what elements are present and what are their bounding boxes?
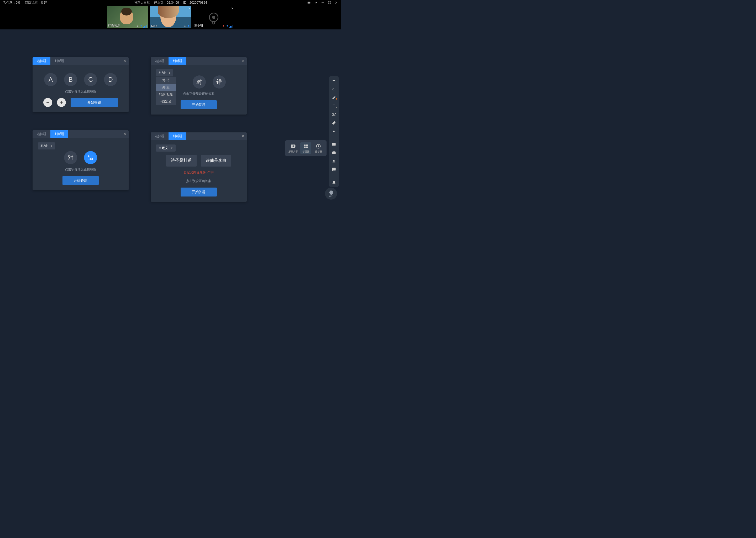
svg-rect-6 [304, 146, 306, 148]
dropdown-item[interactable]: +自定义 [156, 98, 176, 105]
volume-icon [140, 25, 143, 27]
svg-point-9 [318, 146, 319, 146]
cut-tool[interactable] [331, 112, 337, 117]
volume-icon [187, 25, 190, 27]
judge-type-dropdown[interactable]: 对/错 ▼ [38, 142, 55, 149]
camera-toggle-icon[interactable] [307, 1, 311, 4]
maximize-icon[interactable] [328, 1, 331, 4]
chevron-down-icon: ▼ [50, 145, 53, 147]
video-name: Nina [151, 25, 157, 27]
add-option-button[interactable]: + [57, 98, 66, 107]
class-title: 神秘大自然 [134, 1, 150, 5]
signal-icon [143, 25, 147, 27]
camera-off-icon [209, 13, 218, 22]
option-d[interactable]: D [104, 73, 117, 86]
dropdown-item[interactable]: 对/错 [156, 77, 176, 84]
tab-choice[interactable]: 选择题 [151, 133, 168, 140]
svg-rect-0 [321, 2, 324, 3]
toolbox-tool[interactable] [331, 150, 337, 155]
close-icon[interactable]: ✕ [242, 134, 245, 138]
video-tile-student-1[interactable]: ✕ Nina [150, 6, 191, 28]
chevron-down-icon: ▼ [170, 147, 173, 149]
svg-rect-7 [306, 146, 308, 148]
tab-choice[interactable]: 选择题 [151, 57, 168, 65]
minimize-icon[interactable] [321, 1, 324, 4]
video-tile-student-2[interactable]: ✕ 王小明 [193, 6, 234, 28]
start-button[interactable]: 开始答题 [63, 176, 99, 185]
hint-text: 点击字母预设正确答案 [38, 167, 123, 172]
option-false[interactable]: 错 [213, 76, 226, 88]
text-tool[interactable] [331, 103, 337, 109]
class-id: ID：2020070324 [183, 1, 207, 5]
tab-judge[interactable]: 判断题 [168, 133, 186, 140]
remove-option-button[interactable]: − [43, 98, 52, 107]
svg-point-3 [333, 131, 334, 132]
close-icon[interactable]: ✕ [123, 59, 126, 63]
eraser-tool[interactable] [331, 120, 337, 126]
mic-icon [136, 25, 139, 27]
video-strip: 叮当老师 ✕ Nina ✕ 王小明 [0, 5, 341, 29]
judge-type-dropdown[interactable]: 自定义 ▼ [156, 144, 176, 152]
person-tool[interactable] [331, 158, 337, 164]
top-bar: 丢包率：0% 网络状态：良好 神秘大自然 已上课：02:34:09 ID：202… [0, 0, 341, 5]
option-a[interactable]: A [44, 73, 57, 86]
dropdown-label: 对/错 [159, 71, 165, 75]
svg-rect-4 [304, 144, 306, 146]
quiz-panel-custom: 选择题 判断题 ✕ 自定义 ▼ 诗圣是杜甫 诗仙是李白 自定义内容最多5个字 点… [151, 133, 247, 202]
hand-icon [329, 190, 333, 195]
gear-icon[interactable] [314, 1, 318, 4]
tile-close-icon[interactable]: ✕ [231, 7, 233, 10]
move-tool[interactable] [331, 87, 337, 92]
hint-text: 点击字母预设正确答案 [38, 89, 123, 94]
chat-tool[interactable] [331, 167, 337, 172]
video-name: 叮当老师 [108, 24, 120, 27]
dropdown-item[interactable]: 美/丑 [156, 84, 176, 91]
pen-tool[interactable] [331, 95, 337, 100]
custom-option-1[interactable]: 诗圣是杜甫 [166, 155, 197, 167]
video-tile-teacher[interactable]: 叮当老师 [107, 6, 148, 28]
screen-share-button[interactable]: 屏幕共享 [288, 142, 299, 154]
close-icon[interactable]: ✕ [242, 59, 245, 63]
right-toolbar [329, 76, 339, 187]
packet-loss: 丢包率：0% [3, 1, 20, 5]
svg-point-2 [184, 26, 186, 27]
tile-close-icon[interactable]: ✕ [188, 7, 190, 10]
close-icon[interactable] [334, 1, 338, 4]
option-false[interactable]: 错 [84, 151, 97, 164]
dropdown-label: 自定义 [159, 146, 168, 150]
svg-rect-5 [306, 144, 308, 146]
tab-judge[interactable]: 判断题 [50, 130, 68, 138]
option-c[interactable]: C [84, 73, 97, 86]
start-button[interactable]: 开始答题 [181, 100, 217, 109]
quiz-panel-choice: 选择题 判断题 ✕ A B C D 点击字母预设正确答案 − + 开始答题 [32, 57, 129, 112]
select-tool[interactable] [331, 78, 337, 83]
toolbox-popup: 屏幕共享 答题器 抢答器 [285, 140, 327, 156]
judge-type-dropdown[interactable]: 对/错 ▼ 对/错 美/丑 精致/粗糙 +自定义 [156, 69, 173, 77]
start-button[interactable]: 开始答题 [181, 188, 217, 196]
answer-tool-button[interactable]: 答题器 [300, 142, 311, 154]
tab-choice[interactable]: 选择题 [32, 130, 50, 138]
option-true[interactable]: 对 [193, 76, 206, 88]
hint-text: 点击预设正确答案 [156, 179, 242, 183]
chevron-down-icon: ▼ [168, 72, 170, 74]
tab-judge[interactable]: 判断题 [168, 57, 186, 65]
custom-option-2[interactable]: 诗仙是李白 [201, 155, 231, 167]
tab-judge[interactable]: 判断题 [50, 57, 68, 65]
dropdown-item[interactable]: 精致/粗糙 [156, 91, 176, 98]
bell-tool[interactable] [331, 180, 337, 185]
option-true[interactable]: 对 [64, 151, 77, 164]
mic-muted-icon [222, 25, 225, 27]
close-icon[interactable]: ✕ [123, 132, 126, 136]
warning-text: 自定义内容最多5个字 [156, 170, 242, 175]
elapsed-time: 已上课：02:34:09 [154, 1, 179, 5]
circle-tool[interactable] [331, 129, 337, 134]
raise-hand-badge[interactable]: 0/2 [325, 188, 337, 200]
popup-label: 屏幕共享 [288, 150, 298, 153]
hand-count: 0/2 [329, 195, 333, 197]
option-b[interactable]: B [64, 73, 77, 86]
folder-tool[interactable] [331, 141, 337, 147]
tab-choice[interactable]: 选择题 [32, 57, 50, 65]
buzzer-button[interactable]: 抢答器 [313, 142, 324, 154]
start-button[interactable]: 开始答题 [71, 98, 118, 107]
signal-icon [229, 25, 233, 27]
